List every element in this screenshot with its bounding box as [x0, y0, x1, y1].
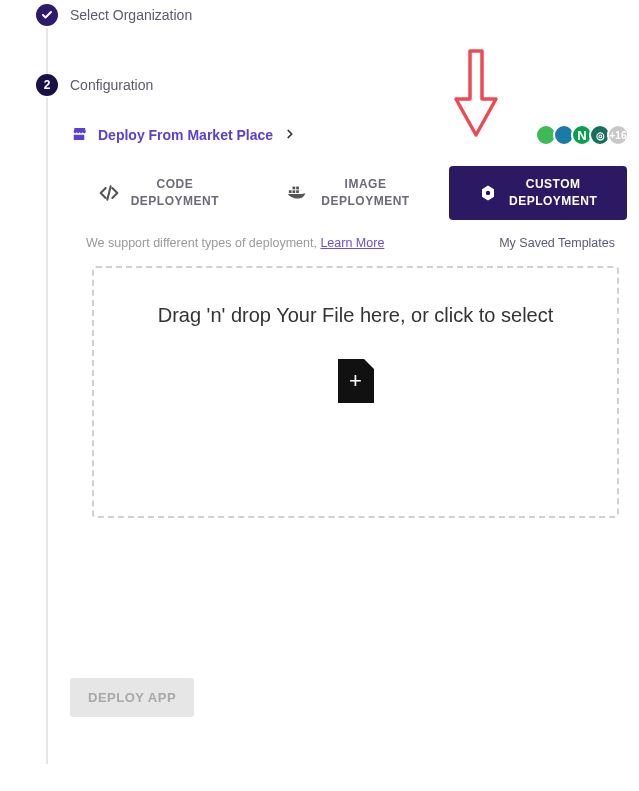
tech-icons-row[interactable]: N ◎ +16: [539, 124, 629, 146]
chevron-right-icon: [283, 127, 297, 144]
step-select-organization[interactable]: Select Organization: [36, 4, 639, 26]
step-configuration: 2 Configuration Deploy From Market Place: [36, 74, 639, 717]
step-number-badge: 2: [36, 74, 58, 96]
tech-more-badge: +16: [607, 124, 629, 146]
tab-label-line2: DEPLOYMENT: [321, 193, 409, 210]
tab-code-deployment[interactable]: CODE DEPLOYMENT: [70, 166, 248, 220]
svg-rect-2: [293, 190, 296, 193]
svg-rect-5: [296, 186, 299, 189]
gear-hex-icon: [479, 184, 497, 202]
step-connector: [46, 28, 48, 76]
tab-label-line1: IMAGE: [321, 176, 409, 193]
step-label: Select Organization: [70, 4, 639, 26]
step-connector: [46, 98, 48, 764]
tab-label-line1: CUSTOM: [509, 176, 597, 193]
tab-custom-deployment[interactable]: CUSTOM DEPLOYMENT: [449, 166, 627, 220]
tab-label-line1: CODE: [131, 176, 219, 193]
marketplace-label: Deploy From Market Place: [98, 127, 273, 143]
svg-line-0: [107, 186, 110, 199]
svg-rect-3: [296, 190, 299, 193]
file-add-icon: +: [338, 359, 374, 403]
my-saved-templates-link[interactable]: My Saved Templates: [499, 236, 615, 250]
dropzone-text: Drag 'n' drop Your File here, or click t…: [158, 304, 554, 327]
deploy-from-marketplace-link[interactable]: Deploy From Market Place: [70, 125, 297, 146]
check-icon: [36, 4, 58, 26]
store-icon: [70, 125, 88, 146]
step-label: Configuration: [70, 74, 639, 96]
docker-icon: [287, 184, 309, 202]
tab-image-deployment[interactable]: IMAGE DEPLOYMENT: [260, 166, 438, 220]
code-icon: [99, 183, 119, 203]
svg-rect-1: [289, 190, 292, 193]
learn-more-link[interactable]: Learn More: [320, 236, 384, 250]
tab-label-line2: DEPLOYMENT: [509, 193, 597, 210]
svg-point-6: [486, 191, 491, 196]
svg-rect-4: [293, 186, 296, 189]
deploy-app-button[interactable]: DEPLOY APP: [70, 678, 194, 717]
file-dropzone[interactable]: Drag 'n' drop Your File here, or click t…: [92, 266, 619, 518]
tab-label-line2: DEPLOYMENT: [131, 193, 219, 210]
support-text: We support different types of deployment…: [86, 236, 384, 250]
